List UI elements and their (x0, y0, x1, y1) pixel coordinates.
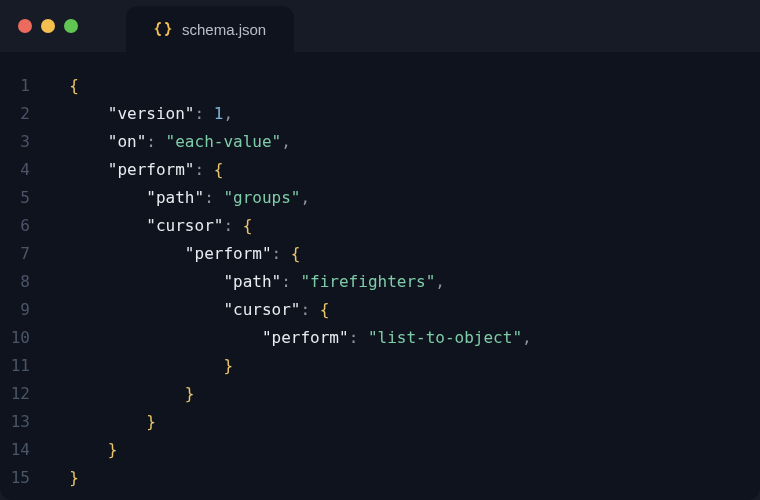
code-line: "perform": { (50, 156, 532, 184)
line-number-gutter: 1 2 3 4 5 6 7 8 9 10 11 12 13 14 15 (0, 72, 50, 500)
titlebar: schema.json (0, 0, 760, 52)
line-number: 10 (0, 324, 30, 352)
code-line: { (50, 72, 532, 100)
line-number: 4 (0, 156, 30, 184)
code-editor[interactable]: 1 2 3 4 5 6 7 8 9 10 11 12 13 14 15 { "v… (0, 52, 760, 500)
code-line: "perform": { (50, 240, 532, 268)
code-line: "version": 1, (50, 100, 532, 128)
code-line: "path": "groups", (50, 184, 532, 212)
code-line: } (50, 380, 532, 408)
line-number: 6 (0, 212, 30, 240)
tab-schema-json[interactable]: schema.json (126, 6, 294, 52)
line-number: 7 (0, 240, 30, 268)
tab-label: schema.json (182, 21, 266, 38)
line-number: 5 (0, 184, 30, 212)
line-number: 2 (0, 100, 30, 128)
line-number: 8 (0, 268, 30, 296)
line-number: 11 (0, 352, 30, 380)
line-number: 3 (0, 128, 30, 156)
code-line: } (50, 464, 532, 492)
code-line: "cursor": { (50, 212, 532, 240)
close-window-button[interactable] (18, 19, 32, 33)
line-number: 1 (0, 72, 30, 100)
code-line: "path": "firefighters", (50, 268, 532, 296)
code-line: "on": "each-value", (50, 128, 532, 156)
line-number: 9 (0, 296, 30, 324)
code-line: "perform": "list-to-object", (50, 324, 532, 352)
maximize-window-button[interactable] (64, 19, 78, 33)
window-controls (18, 19, 78, 33)
json-file-icon (154, 20, 172, 38)
line-number: 13 (0, 408, 30, 436)
code-line: } (50, 436, 532, 464)
line-number: 12 (0, 380, 30, 408)
minimize-window-button[interactable] (41, 19, 55, 33)
code-line: } (50, 352, 532, 380)
code-line: "cursor": { (50, 296, 532, 324)
code-content[interactable]: { "version": 1, "on": "each-value", "per… (50, 72, 532, 500)
line-number: 14 (0, 436, 30, 464)
line-number: 15 (0, 464, 30, 492)
code-line: } (50, 408, 532, 436)
